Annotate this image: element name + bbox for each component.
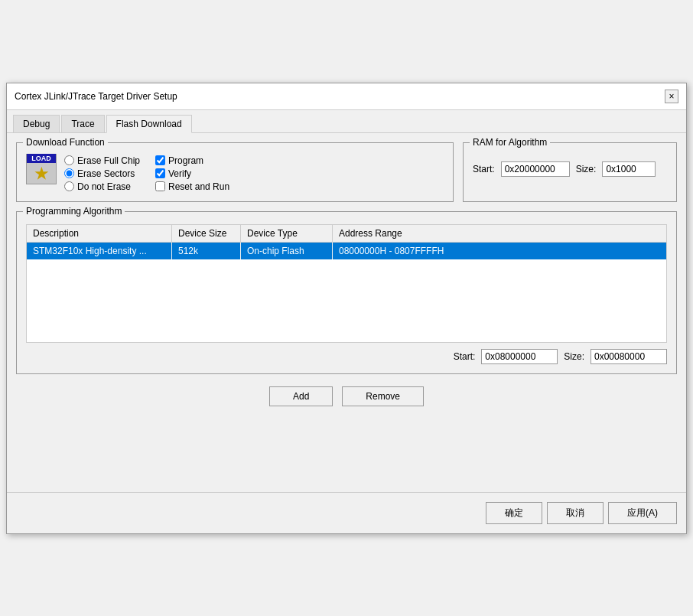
ok-button[interactable]: 确定 xyxy=(486,502,542,524)
program-checkbox[interactable] xyxy=(155,155,165,165)
ram-size-input[interactable] xyxy=(602,161,656,177)
cell-description: STM32F10x High-density ... xyxy=(27,243,172,259)
download-function-group: Download Function LOAD ★ Erase Full Chip xyxy=(16,142,454,202)
cell-address-range: 08000000H - 0807FFFFH xyxy=(333,243,666,259)
col-description: Description xyxy=(27,225,172,242)
col-address-range: Address Range xyxy=(333,225,666,242)
tab-trace[interactable]: Trace xyxy=(61,115,104,132)
ram-fields: Start: Size: xyxy=(473,161,667,177)
table-body: STM32F10x High-density ... 512k On-chip … xyxy=(27,243,666,342)
verify-checkbox[interactable] xyxy=(155,168,165,178)
erase-full-chip-radio[interactable] xyxy=(64,155,74,165)
algo-start-label: Start: xyxy=(454,351,476,362)
erase-sectors-radio[interactable] xyxy=(64,168,74,178)
erase-sectors-option[interactable]: Erase Sectors xyxy=(64,168,140,179)
cell-device-type: On-chip Flash xyxy=(241,243,333,259)
algo-size-input[interactable] xyxy=(591,349,667,364)
erase-options: Erase Full Chip Erase Sectors Do not Era… xyxy=(64,155,140,192)
programming-algorithm-group: Programming Algorithm Description Device… xyxy=(16,211,677,374)
ram-algorithm-group: RAM for Algorithm Start: Size: xyxy=(463,142,677,202)
window-title: Cortex JLink/JTrace Target Driver Setup xyxy=(15,91,177,102)
title-bar: Cortex JLink/JTrace Target Driver Setup … xyxy=(7,83,686,110)
ram-size-label: Size: xyxy=(576,164,597,174)
algo-size-label: Size: xyxy=(564,351,584,362)
ram-start-input[interactable] xyxy=(501,161,570,177)
tab-flash-download[interactable]: Flash Download xyxy=(106,115,192,133)
main-window: Cortex JLink/JTrace Target Driver Setup … xyxy=(6,83,687,534)
add-button[interactable]: Add xyxy=(269,386,333,406)
content-area: Download Function LOAD ★ Erase Full Chip xyxy=(7,133,686,416)
close-button[interactable]: × xyxy=(665,90,678,103)
download-function-inner: LOAD ★ Erase Full Chip Erase Sectors xyxy=(26,154,444,192)
apply-button[interactable]: 应用(A) xyxy=(608,502,677,524)
ram-start-label: Start: xyxy=(473,164,495,174)
program-option[interactable]: Program xyxy=(155,155,229,166)
load-icon: LOAD ★ xyxy=(26,154,57,184)
erase-full-chip-option[interactable]: Erase Full Chip xyxy=(64,155,140,166)
remove-button[interactable]: Remove xyxy=(342,386,424,406)
reset-and-run-option[interactable]: Reset and Run xyxy=(155,181,229,192)
algo-start-input[interactable] xyxy=(481,349,558,364)
programming-algorithm-label: Programming Algorithm xyxy=(23,206,125,217)
ram-algorithm-label: RAM for Algorithm xyxy=(470,137,550,148)
top-section: Download Function LOAD ★ Erase Full Chip xyxy=(16,142,677,202)
tab-debug[interactable]: Debug xyxy=(13,115,60,132)
do-not-erase-radio[interactable] xyxy=(64,181,74,191)
program-options: Program Verify Reset and Run xyxy=(155,155,229,192)
footer-buttons: 确定 取消 应用(A) xyxy=(7,492,686,533)
cancel-button[interactable]: 取消 xyxy=(547,502,604,524)
do-not-erase-option[interactable]: Do not Erase xyxy=(64,181,140,192)
col-device-type: Device Type xyxy=(241,225,333,242)
cell-device-size: 512k xyxy=(172,243,241,259)
table-header: Description Device Size Device Type Addr… xyxy=(27,225,666,243)
action-buttons: Add Remove xyxy=(16,386,677,406)
verify-option[interactable]: Verify xyxy=(155,168,229,179)
tab-bar: Debug Trace Flash Download xyxy=(7,110,686,133)
col-device-size: Device Size xyxy=(172,225,241,242)
programming-algorithm-section: Programming Algorithm Description Device… xyxy=(16,211,677,374)
table-row[interactable]: STM32F10x High-density ... 512k On-chip … xyxy=(27,243,666,259)
download-function-label: Download Function xyxy=(23,137,108,148)
reset-and-run-checkbox[interactable] xyxy=(155,181,165,191)
algorithm-table: Description Device Size Device Type Addr… xyxy=(26,224,667,343)
load-icon-text: LOAD xyxy=(27,154,56,163)
bottom-fields: Start: Size: xyxy=(26,349,667,364)
